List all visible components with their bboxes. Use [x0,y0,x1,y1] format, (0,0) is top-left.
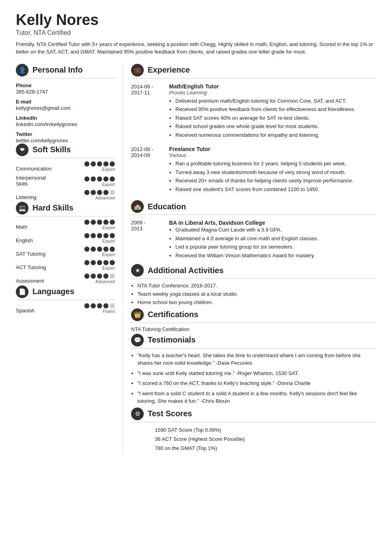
skill-listening: Listening Advanced [16,190,115,200]
dot [84,303,89,308]
test-score-item: 1590 SAT Score (Top 0.06%) [155,425,376,434]
experience-title: Experience [148,65,190,75]
candidate-title: Tutor, NTA Certified [16,29,376,36]
skill-name: ACT Tutoring [16,264,48,270]
dot [91,190,96,195]
skill-name: Communication [16,166,51,172]
list-item: Raised school grades one whole grade lev… [175,122,376,130]
list-item: "I went from a solid C student to a soli… [137,390,376,405]
linkedin-value: linkedin.com/in/kellygnores [16,121,115,127]
languages-icon: 📄 [16,285,29,298]
dot [91,260,96,265]
test-score-item: 780 on the GMAT (Top 1%) [155,444,376,453]
skill-level: Expert [102,167,115,172]
personal-info-section: 👤 Personal Info Phone 385-628-1747 E-mai… [16,64,115,144]
experience-header: 💼 Experience [131,64,376,78]
skill-name: Spanish [16,308,48,314]
skill-level: Expert [102,239,115,243]
edu-date: 2009 -2013 [131,220,163,260]
dot [84,161,89,166]
list-item: Led a popular peer tutoring group for si… [175,243,376,251]
dot [97,161,102,166]
right-column: 💼 Experience 2014-09 -2017-11 Math/Engli… [123,64,376,455]
skill-name: SAT Tutoring [16,251,48,257]
activities-header: ★ Additional Activities [131,264,376,279]
personal-info-header: 👤 Personal Info [16,64,115,78]
languages-section: 📄 Languages Spanish Fluent [16,285,115,314]
exp-job-title: Math/English Tutor [169,83,376,90]
dot-empty [110,274,115,279]
exp-company: Proveo Learning [169,90,376,96]
dot [91,220,96,225]
dot [97,274,102,279]
test-scores-header: ⚙ Test Scores [131,408,376,422]
testimonials-title: Testimonials [148,335,196,344]
activities-icon: ★ [131,264,144,277]
skill-name: InterpersonalSkills [16,175,48,187]
dot [97,260,102,265]
exp-bullets: Delivered premium math/English tutoring … [169,97,376,139]
cert-item: NTA Tutoring Certification [131,326,376,332]
left-column: 👤 Personal Info Phone 385-628-1747 E-mai… [16,64,123,455]
dot [103,247,108,252]
exp-date: 2014-09 -2017-11 [131,83,163,140]
personal-info-title: Personal Info [32,65,83,75]
testimonials-section: 💬 Testimonials "Kelly has a teacher's he… [131,334,376,405]
edu-content: BA in Liberal Arts, Davidson College Gra… [169,220,376,260]
dot [110,233,115,238]
test-scores-list: 1590 SAT Score (Top 0.06%) 36 ACT Score … [131,425,376,453]
dot-empty [110,303,115,308]
list-item: NTA Tutor Conference, 2016-2017. [137,282,376,290]
exp-entry-2: 2012-08 -2014-09 Freelance Tutor Various… [131,146,376,194]
dot [91,247,96,252]
skill-dots [84,274,115,279]
soft-skills-section: ❤ Soft Skills Communication Expert [16,144,115,200]
candidate-name: Kelly Nores [16,12,376,29]
certifications-section: 👑 Certifications NTA Tutoring Certificat… [131,308,376,332]
list-item: Received numerous commendations for empa… [175,131,376,139]
list-item: "Kelly has a teacher's heart. She takes … [137,352,376,367]
dot [91,176,96,182]
experience-icon: 💼 [131,64,144,77]
skill-name: Math [16,224,48,230]
phone-value: 385-628-1747 [16,89,115,95]
dot [103,233,108,238]
skill-dots [84,220,115,225]
email-label: E-mail [16,99,115,105]
list-item: Graduated Magna Cum Laude with a 3.9 GPA… [175,226,376,234]
skill-spanish: Spanish Fluent [16,303,115,314]
skill-dots [84,233,115,238]
dot [97,247,102,252]
skill-dots [84,303,115,308]
dot [103,220,108,225]
dot [97,303,102,308]
skill-name: Assessment [16,278,48,284]
skill-level: Expert [102,182,115,187]
edu-entry-1: 2009 -2013 BA in Liberal Arts, Davidson … [131,220,376,260]
education-section: 🏫 Education 2009 -2013 BA in Liberal Art… [131,200,376,260]
exp-content: Freelance Tutor Various Ran a profitable… [169,146,376,194]
list-item: Raised one student's SAT scores from com… [175,186,376,193]
education-icon: 🏫 [131,200,144,213]
linkedin-label: LinkedIn [16,115,115,121]
personal-info-field-email: E-mail kellygnores@gmail.com [16,99,115,111]
dot [103,190,108,195]
test-scores-title: Test Scores [148,409,192,418]
skill-level: Expert [102,252,115,257]
list-item: Received 20+ emails of thanks for helpin… [175,177,376,185]
skill-assessment: Assessment Advanced [16,274,115,284]
list-item: "I scored a 760 on the ACT, thanks to Ke… [137,379,376,387]
hard-skills-section: 💻 Hard Skills Math Expert [16,202,115,284]
personal-info-field-phone: Phone 385-628-1747 [16,82,115,95]
dot [97,176,102,182]
languages-title: Languages [32,287,74,296]
personal-info-icon: 👤 [16,64,29,77]
skill-name: Listening [16,194,48,200]
exp-company: Various [169,152,376,158]
soft-skills-icon: ❤ [16,144,29,156]
dot [84,260,89,265]
skill-english: English Expert [16,233,115,243]
dot [97,233,102,238]
dot [110,247,115,252]
test-scores-icon: ⚙ [131,408,144,420]
